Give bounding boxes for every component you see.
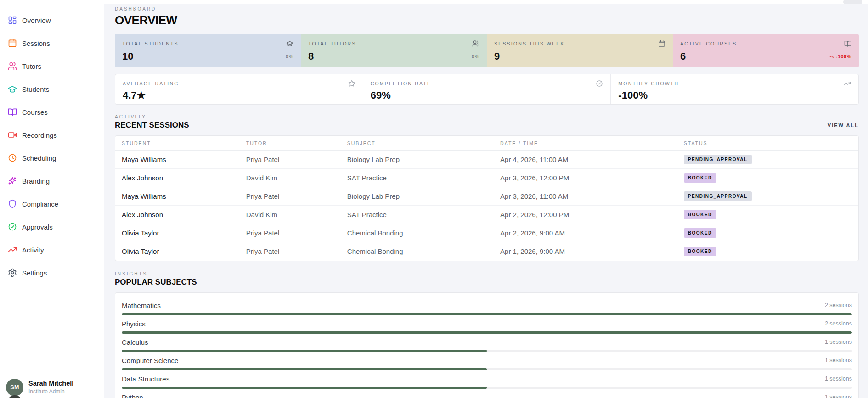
stat-label: ACTIVE COURSES (680, 41, 737, 46)
shield-icon (8, 199, 17, 208)
metric-card-strip: AVERAGE RATING 4.7★ COMPLETION RATE 69% (115, 74, 859, 105)
col-tutor: TUTOR (246, 136, 347, 151)
col-datetime: DATE / TIME (500, 136, 684, 151)
trending-up-icon (8, 245, 17, 254)
user-profile[interactable]: SM Sarah Mitchell Institute Admin (0, 376, 104, 398)
stat-label: TOTAL STUDENTS (122, 41, 179, 46)
sidebar-item-label: Courses (22, 108, 48, 116)
calendar-icon (8, 39, 17, 48)
insights-header: INSIGHTS POPULAR SUBJECTS (115, 271, 859, 287)
sidebar-item-sessions[interactable]: Sessions (0, 32, 104, 55)
book-open-icon (844, 40, 851, 47)
sidebar-nav: Overview Sessions Tutors Students (0, 0, 104, 376)
metric-label: AVERAGE RATING (123, 81, 179, 86)
subject-count: 2 sessions (825, 320, 852, 327)
sessions-table-card: STUDENT TUTOR SUBJECT DATE / TIME STATUS… (115, 135, 859, 261)
recent-sessions-title: RECENT SESSIONS (115, 121, 189, 130)
stat-label: TOTAL TUTORS (308, 41, 356, 46)
activity-eyebrow: ACTIVITY (115, 114, 189, 119)
view-all-button[interactable]: VIEW ALL (828, 123, 859, 130)
sidebar-item-label: Settings (22, 269, 47, 277)
sidebar-item-approvals[interactable]: Approvals (0, 215, 104, 238)
subject-label: Calculus (122, 338, 148, 346)
subject-count: 1 sessions (825, 357, 852, 364)
subject-row: Computer Science 1 sessions (122, 352, 852, 370)
sidebar-item-label: Tutors (22, 62, 41, 70)
metric-card-completion-rate: COMPLETION RATE 69% (363, 74, 611, 104)
dashboard-icon (8, 16, 17, 25)
metric-label: COMPLETION RATE (371, 81, 432, 86)
graduation-cap-icon (286, 40, 293, 47)
sessions-table: STUDENT TUTOR SUBJECT DATE / TIME STATUS… (115, 136, 858, 261)
user-name: Sarah Mitchell (28, 380, 73, 387)
stat-label: SESSIONS THIS WEEK (494, 41, 565, 46)
subject-row: Data Structures 1 sessions (122, 370, 852, 389)
popular-subjects-card: Mathematics 2 sessions Physics 2 session… (115, 292, 859, 398)
table-row: Alex Johnson David Kim SAT Practice Apr … (115, 169, 858, 187)
calendar-icon (658, 40, 665, 47)
sidebar-item-label: Overview (22, 17, 51, 24)
sidebar-item-students[interactable]: Students (0, 78, 104, 101)
stat-value: 9 (494, 50, 500, 62)
subject-label: Data Structures (122, 375, 169, 383)
users-icon (472, 40, 479, 47)
col-subject: SUBJECT (347, 136, 500, 151)
table-row: Olivia Taylor Priya Patel Chemical Bondi… (115, 242, 858, 261)
col-status: STATUS (684, 136, 858, 151)
status-badge: PENDING_APPROVAL (684, 155, 752, 164)
sidebar-item-label: Sessions (22, 39, 50, 47)
subject-label: Python (122, 393, 143, 398)
subject-label: Computer Science (122, 357, 178, 364)
status-badge: BOOKED (684, 173, 716, 183)
user-role: Institute Admin (28, 388, 73, 395)
table-header-row: STUDENT TUTOR SUBJECT DATE / TIME STATUS (115, 136, 858, 151)
sidebar-item-courses[interactable]: Courses (0, 101, 104, 123)
subject-row: Python 1 sessions (122, 389, 852, 398)
main-content: DASHBOARD OVERVIEW TOTAL STUDENTS 10 — 0… (104, 0, 868, 398)
sidebar-item-label: Compliance (22, 200, 58, 208)
metric-card-average-rating: AVERAGE RATING 4.7★ (115, 74, 363, 104)
table-row: Maya Williams Priya Patel Biology Lab Pr… (115, 151, 858, 169)
gear-icon (8, 268, 17, 277)
subject-count: 1 sessions (825, 394, 852, 398)
metric-value: 69% (371, 90, 603, 101)
insights-eyebrow: INSIGHTS (115, 271, 859, 276)
bottom-cutoff-circle (7, 395, 23, 398)
col-student: STUDENT (115, 136, 246, 151)
stat-value: 10 (122, 50, 133, 62)
sidebar-item-label: Branding (22, 177, 50, 185)
trending-down-icon (829, 54, 834, 60)
check-circle-icon (596, 80, 603, 87)
stat-delta-negative: -100% (829, 54, 851, 60)
metric-label: MONTHLY GROWTH (618, 81, 679, 86)
sidebar-item-recordings[interactable]: Recordings (0, 123, 104, 146)
sidebar-item-overview[interactable]: Overview (0, 9, 104, 32)
sidebar-item-tutors[interactable]: Tutors (0, 55, 104, 78)
metric-value: -100% (618, 90, 851, 101)
status-badge: BOOKED (684, 228, 716, 238)
dashboard-eyebrow: DASHBOARD (115, 6, 859, 11)
stat-card-strip: TOTAL STUDENTS 10 — 0% TOTAL TUTORS (115, 34, 859, 67)
sidebar-item-settings[interactable]: Settings (0, 261, 104, 284)
sidebar-item-activity[interactable]: Activity (0, 238, 104, 261)
subject-count: 1 sessions (825, 376, 852, 382)
user-info: Sarah Mitchell Institute Admin (28, 380, 73, 395)
table-row: Maya Williams Priya Patel Biology Lab Pr… (115, 187, 858, 206)
sidebar-item-compliance[interactable]: Compliance (0, 192, 104, 215)
subject-count: 2 sessions (825, 302, 852, 308)
subject-row: Calculus 1 sessions (122, 334, 852, 352)
graduation-cap-icon (8, 84, 17, 94)
avatar: SM (6, 379, 23, 396)
stat-delta: — 0% (465, 54, 479, 59)
sidebar-item-label: Students (22, 85, 49, 93)
status-badge: PENDING_APPROVAL (684, 191, 752, 201)
stat-card-sessions-this-week: SESSIONS THIS WEEK 9 (487, 34, 673, 67)
page-title: OVERVIEW (115, 13, 859, 28)
sidebar-item-label: Recordings (22, 131, 57, 139)
sidebar-item-scheduling[interactable]: Scheduling (0, 146, 104, 169)
sidebar-item-branding[interactable]: Branding (0, 169, 104, 192)
recent-sessions-header: ACTIVITY RECENT SESSIONS VIEW ALL (115, 114, 859, 130)
stat-card-total-tutors: TOTAL TUTORS 8 — 0% (301, 34, 487, 67)
sidebar: Overview Sessions Tutors Students (0, 0, 104, 398)
sidebar-item-label: Activity (22, 246, 44, 254)
